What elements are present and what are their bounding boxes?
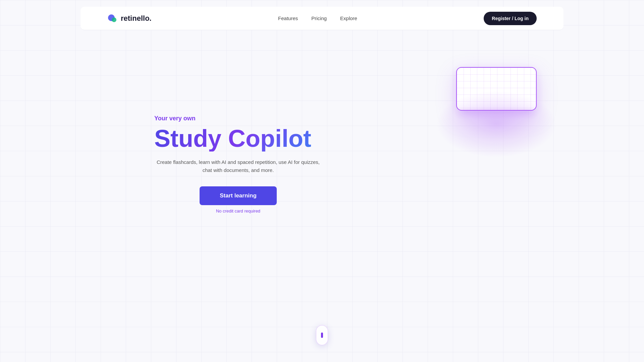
hero-section: Your very own Study Copilot Create flash… [0,30,644,265]
logo[interactable]: retinello. [107,13,152,24]
scroll-pill [316,325,328,345]
nav-pricing[interactable]: Pricing [311,15,327,21]
navbar: retinello. Features Pricing Explore Regi… [80,7,564,30]
nav-links: Features Pricing Explore [278,15,357,21]
scroll-dot [321,333,323,338]
start-learning-button[interactable]: Start learning [200,186,277,205]
hero-description: Create flashcards, learn with AI and spa… [154,158,322,174]
logo-icon [107,13,118,24]
hero-title: Study Copilot [154,126,322,152]
logo-text: retinello. [121,14,152,23]
svg-point-1 [112,17,116,22]
cta-container: Start learning No credit card required [154,186,322,214]
nav-features[interactable]: Features [278,15,298,21]
nav-explore[interactable]: Explore [340,15,357,21]
no-credit-card-text: No credit card required [216,208,260,214]
scroll-indicator [316,325,328,345]
hero-content: Your very own Study Copilot Create flash… [154,115,322,214]
hero-subtitle: Your very own [154,115,322,122]
register-button[interactable]: Register / Log in [484,12,537,25]
